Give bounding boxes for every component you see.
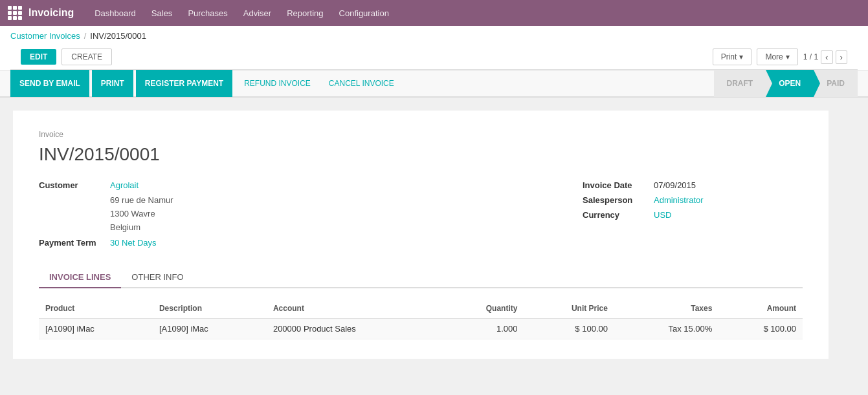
customer-name[interactable]: Agrolait — [110, 180, 139, 190]
invoice-fields: Customer Agrolait 69 rue de Namur 1300 W… — [39, 180, 803, 251]
nav-purchases[interactable]: Purchases — [180, 0, 235, 26]
print-button[interactable]: Print ▾ — [713, 48, 752, 65]
salesperson-label: Salesperson — [583, 195, 654, 205]
tab-other-info[interactable]: OTHER INFO — [121, 267, 194, 288]
next-page-button[interactable]: › — [836, 50, 847, 64]
send-by-email-button[interactable]: SEND BY EMAIL — [10, 70, 89, 97]
payment-term-row: Payment Term 30 Net Days — [39, 238, 531, 248]
col-quantity: Quantity — [442, 299, 524, 319]
invoice-card: Invoice INV/2015/0001 Customer Agrolait … — [13, 111, 829, 359]
status-bar: DRAFT OPEN PAID — [714, 70, 858, 97]
col-description: Description — [153, 299, 267, 319]
action-bar: SEND BY EMAIL PRINT REGISTER PAYMENT REF… — [0, 70, 868, 98]
create-button[interactable]: CREATE — [61, 48, 112, 65]
col-taxes: Taxes — [614, 299, 718, 319]
salesperson-value[interactable]: Administrator — [654, 195, 704, 205]
currency-row: Currency USD — [583, 210, 803, 220]
breadcrumb-current: INV/2015/0001 — [90, 31, 146, 41]
table-row[interactable]: [A1090] iMac [A1090] iMac 200000 Product… — [39, 319, 803, 339]
breadcrumb-parent[interactable]: Customer Invoices — [10, 31, 80, 41]
payment-term-label: Payment Term — [39, 238, 110, 248]
right-fields: Invoice Date 07/09/2015 Salesperson Admi… — [583, 180, 803, 251]
nav-sales[interactable]: Sales — [144, 0, 181, 26]
customer-field-group: Customer Agrolait 69 rue de Namur 1300 W… — [39, 180, 531, 251]
customer-row: Customer Agrolait — [39, 180, 531, 190]
col-unit-price: Unit Price — [524, 299, 614, 319]
cell-taxes: Tax 15.00% — [614, 319, 718, 339]
top-nav: Invoicing Dashboard Sales Purchases Advi… — [0, 0, 868, 26]
payment-term-value[interactable]: 30 Net Days — [110, 238, 157, 248]
invoice-number: INV/2015/0001 — [39, 144, 803, 165]
cell-quantity: 1.000 — [442, 319, 524, 339]
status-draft: DRAFT — [714, 70, 766, 97]
salesperson-row: Salesperson Administrator — [583, 195, 803, 205]
edit-button[interactable]: EDIT — [21, 49, 56, 65]
app-icon[interactable] — [8, 6, 22, 20]
prev-page-button[interactable]: ‹ — [821, 50, 832, 64]
tab-invoice-lines[interactable]: INVOICE LINES — [39, 267, 121, 288]
pagination: 1 / 1 ‹ › — [803, 50, 847, 64]
invoice-date-row: Invoice Date 07/09/2015 — [583, 180, 803, 190]
more-chevron-icon: ▾ — [786, 52, 790, 61]
register-payment-button[interactable]: REGISTER PAYMENT — [136, 70, 232, 97]
cell-description: [A1090] iMac — [153, 319, 267, 339]
nav-configuration[interactable]: Configuration — [331, 0, 397, 26]
currency-label: Currency — [583, 210, 654, 220]
invoice-date-label: Invoice Date — [583, 180, 654, 190]
breadcrumb-separator: / — [84, 31, 87, 41]
status-open: OPEN — [766, 70, 814, 97]
breadcrumb-area: Customer Invoices / INV/2015/0001 EDIT C… — [0, 26, 868, 70]
cell-amount: $ 100.00 — [718, 319, 803, 339]
nav-adviser[interactable]: Adviser — [236, 0, 279, 26]
print-invoice-button[interactable]: PRINT — [92, 70, 133, 97]
customer-label: Customer — [39, 180, 110, 190]
status-paid: PAID — [814, 70, 858, 97]
customer-address: 69 rue de Namur 1300 Wavre Belgium — [110, 194, 531, 234]
col-amount: Amount — [718, 299, 803, 319]
toolbar: EDIT CREATE Print ▾ More ▾ 1 / 1 ‹ › — [10, 45, 858, 70]
cell-unit-price: $ 100.00 — [524, 319, 614, 339]
cell-account: 200000 Product Sales — [267, 319, 443, 339]
refund-invoice-button[interactable]: REFUND INVOICE — [235, 70, 320, 97]
print-chevron-icon: ▾ — [739, 52, 743, 61]
col-product: Product — [39, 299, 153, 319]
content-area: Invoice INV/2015/0001 Customer Agrolait … — [0, 98, 868, 372]
invoice-lines-table: Product Description Account Quantity Uni… — [39, 299, 803, 339]
nav-dashboard[interactable]: Dashboard — [87, 0, 144, 26]
invoice-date-value: 07/09/2015 — [654, 180, 696, 190]
invoice-label: Invoice — [39, 130, 803, 139]
currency-value[interactable]: USD — [654, 210, 671, 220]
nav-reporting[interactable]: Reporting — [279, 0, 331, 26]
more-button[interactable]: More ▾ — [757, 48, 797, 65]
tabs: INVOICE LINES OTHER INFO — [39, 267, 803, 288]
table-header-row: Product Description Account Quantity Uni… — [39, 299, 803, 319]
cancel-invoice-button[interactable]: CANCEL INVOICE — [320, 70, 403, 97]
app-title: Invoicing — [28, 7, 74, 19]
breadcrumb: Customer Invoices / INV/2015/0001 — [10, 31, 858, 45]
cell-product: [A1090] iMac — [39, 319, 153, 339]
col-account: Account — [267, 299, 443, 319]
